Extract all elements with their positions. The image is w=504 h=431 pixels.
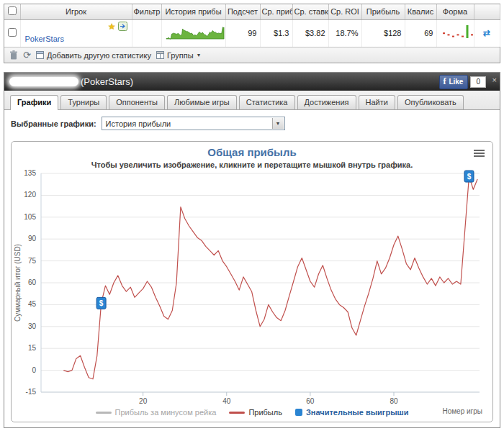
svg-text:-15: -15 [26,388,37,396]
tab-Достижения[interactable]: Достижения [297,95,356,109]
profile-title: (PokerStars) [81,76,133,87]
chart-select-label: Выбранные графики: [11,119,96,128]
profit-chart-container: Общая прибыль Чтобы увеличить изображени… [11,141,493,422]
svg-text:120: 120 [24,191,36,199]
profile-tabs: ГрафикиТурнирыОппонентыЛюбимые игрыСтати… [4,91,500,110]
close-icon[interactable]: × [492,76,497,84]
legend-item[interactable]: Прибыль за минусом рейка [96,408,217,417]
chart-legend: Прибыль за минусом рейкаПрибыльЗначитель… [12,408,492,417]
col-header-player[interactable]: Игрок [20,4,132,19]
tab-Оппоненты[interactable]: Оппоненты [109,95,165,109]
col-header-profit[interactable]: Прибыль [361,4,405,19]
legend-item[interactable]: Значительные выигрыши [295,408,409,417]
delete-icon[interactable] [9,50,18,60]
player-name-link[interactable]: PokerStars [25,35,64,43]
svg-text:0: 0 [32,366,36,374]
chevron-down-icon: ▼ [197,53,202,58]
tab-Статистика[interactable]: Статистика [239,95,295,109]
chart-title: Общая прибыль [12,146,492,158]
col-header-avg-profit[interactable]: Ср. приб [260,4,292,19]
col-header-qualifies[interactable]: Квалис [405,4,436,19]
svg-text:90: 90 [28,235,37,242]
avg-stake-cell: $3.82 [292,19,328,47]
facebook-like-button[interactable]: f Like [439,75,468,89]
player-profile-panel: (PokerStars) f Like 0 × ГрафикиТурнирыОп… [4,72,500,428]
col-header-form[interactable]: Форма [436,4,474,19]
groups-icon [156,51,164,59]
legend-label: Прибыль [248,408,282,417]
like-count-badge: 0 [470,76,486,88]
player-cell: ★ PokerStars [20,19,132,47]
favorite-star-icon[interactable]: ★ [108,22,116,31]
svg-text:45: 45 [28,300,37,308]
tab-Любимые игры[interactable]: Любимые игры [167,95,237,109]
watchlist-table: Игрок Фильтр История прибы Подсчет Ср. п… [4,4,500,47]
profile-header: (PokerStars) f Like 0 × [4,73,500,91]
svg-text:Суммарный итог (USD): Суммарный итог (USD) [14,244,22,322]
qualifies-cell: 69 [405,19,436,47]
svg-text:15: 15 [28,344,37,352]
svg-text:$: $ [99,299,104,307]
chevron-down-icon: ▼ [276,121,281,126]
legend-swatch [96,412,112,414]
row-checkbox[interactable] [8,28,17,37]
significant-win-marker: $ [464,171,474,182]
facebook-icon: f [443,76,446,87]
table-row: ★ PokerStars 99 $1.3 [4,19,500,47]
groups-button[interactable]: Группы ▼ [156,51,202,60]
col-header-avg-roi[interactable]: Ср. ROI [328,4,361,19]
svg-text:40: 40 [222,397,231,405]
legend-swatch [295,409,302,416]
col-header-actions [474,4,500,19]
chart-subtitle: Чтобы увеличить изображение, кликните и … [12,160,492,169]
profit-cell: $128 [361,19,405,47]
censored-player-name [9,77,78,86]
legend-label: Прибыль за минусом рейка [115,408,217,417]
select-dropdown-button[interactable]: ▼ [272,118,284,129]
tab-Турниры[interactable]: Турниры [60,95,107,109]
avg-profit-cell: $1.3 [260,19,292,47]
svg-text:60: 60 [28,278,37,286]
table-header-row: Игрок Фильтр История прибы Подсчет Ср. п… [4,4,500,19]
svg-text:80: 80 [390,397,398,405]
chart-type-select[interactable]: История прибыли ▼ [102,117,285,130]
legend-label: Значительные выигрыши [306,408,409,417]
select-all-checkbox[interactable] [8,6,17,15]
x-axis-label: Номер игры [442,407,482,415]
legend-swatch [229,412,245,414]
col-header-profit-history[interactable]: История прибы [161,4,225,19]
legend-item[interactable]: Прибыль [229,408,282,417]
profit-history-sparkline[interactable] [161,19,225,47]
table-footer: ⟳ Добавить другую статистику Группы ▼ [4,47,500,63]
col-header-filter[interactable]: Фильтр [132,4,161,19]
facebook-like-widget: f Like 0 [439,75,486,89]
watchlist-panel: Игрок Фильтр История прибы Подсчет Ср. п… [4,4,500,63]
svg-text:105: 105 [24,213,36,221]
avg-roi-cell: 18.7% [328,19,361,47]
filter-cell [132,19,161,47]
double-arrow-icon[interactable]: ⇄ [483,28,490,38]
add-statistic-icon [36,51,44,59]
svg-text:30: 30 [28,322,37,330]
col-header-avg-stake[interactable]: Ср. ставк [292,4,328,19]
svg-text:75: 75 [28,257,37,265]
col-header-count[interactable]: Подсчет [225,4,260,19]
export-icon[interactable] [118,22,127,32]
form-chart-cell [436,19,474,47]
tab-Опубликовать[interactable]: Опубликовать [397,95,464,109]
svg-text:60: 60 [306,397,315,405]
tab-Графики[interactable]: Графики [10,95,58,110]
svg-text:135: 135 [24,169,36,177]
svg-text:20: 20 [139,397,148,405]
significant-win-marker: $ [96,297,106,309]
tab-Найти[interactable]: Найти [359,95,395,109]
chart-select-row: Выбранные графики: История прибыли ▼ [11,117,500,130]
add-statistic-button[interactable]: Добавить другую статистику [36,51,151,60]
chart-menu-icon[interactable] [474,148,485,158]
refresh-icon[interactable]: ⟳ [23,51,31,60]
chart-select-value: История прибыли [106,119,171,128]
profit-line-chart[interactable]: -15015304560759010512013520406080$$Сумма… [12,168,495,412]
svg-text:$: $ [467,173,472,181]
count-cell: 99 [225,19,260,47]
